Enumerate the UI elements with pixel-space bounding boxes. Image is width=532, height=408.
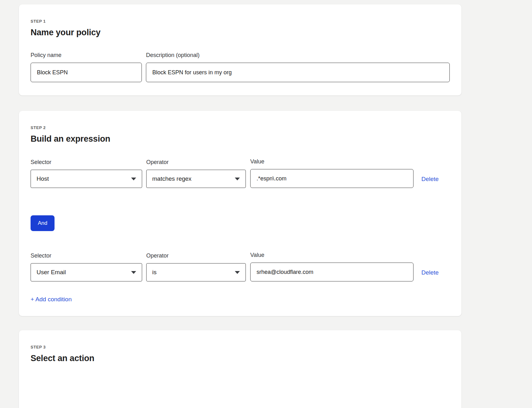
add-condition-row: + Add condition xyxy=(31,281,450,303)
policy-name-label: Policy name xyxy=(31,52,142,59)
chevron-down-icon xyxy=(235,271,240,274)
operator-label: Operator xyxy=(146,159,246,166)
step3-step-label: STEP 3 xyxy=(31,345,450,349)
description-field: Description (optional) xyxy=(146,52,450,82)
description-input[interactable] xyxy=(146,63,450,82)
selector-field: Selector User Email xyxy=(31,252,142,281)
policy-name-field: Policy name xyxy=(31,52,142,82)
step2-step-label: STEP 2 xyxy=(31,125,450,130)
chevron-down-icon xyxy=(131,271,136,274)
step1-step-label: STEP 1 xyxy=(31,19,450,24)
selector-dropdown[interactable]: User Email xyxy=(31,263,142,281)
step1-title: Name your policy xyxy=(31,28,450,37)
and-button-row: And xyxy=(31,188,450,231)
value-field: Value xyxy=(250,158,413,188)
operator-dropdown-value: is xyxy=(152,269,157,276)
condition-row: Selector User Email Operator is Value De… xyxy=(31,252,450,281)
policy-builder-page: STEP 1 Name your policy Policy name Desc… xyxy=(0,4,532,408)
chevron-down-icon xyxy=(131,178,136,180)
step2-card: STEP 2 Build an expression Selector Host… xyxy=(19,111,461,316)
delete-condition-link[interactable]: Delete xyxy=(421,269,439,276)
selector-label: Selector xyxy=(31,252,142,259)
value-label: Value xyxy=(250,158,413,165)
operator-dropdown[interactable]: matches regex xyxy=(146,170,246,188)
step1-card: STEP 1 Name your policy Policy name Desc… xyxy=(19,4,461,95)
operator-field: Operator is xyxy=(146,252,246,281)
operator-dropdown[interactable]: is xyxy=(146,263,246,281)
step3-title: Select an action xyxy=(31,354,450,363)
chevron-down-icon xyxy=(235,178,240,180)
selector-label: Selector xyxy=(31,159,142,166)
value-input[interactable] xyxy=(250,169,413,188)
selector-dropdown[interactable]: Host xyxy=(31,170,142,188)
selector-field: Selector Host xyxy=(31,159,142,188)
operator-dropdown-value: matches regex xyxy=(152,175,192,182)
selector-dropdown-value: User Email xyxy=(37,269,66,276)
delete-condition-link[interactable]: Delete xyxy=(421,176,439,183)
value-field: Value xyxy=(250,252,413,281)
operator-field: Operator matches regex xyxy=(146,159,246,188)
step1-fields-row: Policy name Description (optional) xyxy=(31,52,450,82)
condition-row: Selector Host Operator matches regex Val… xyxy=(31,158,450,188)
step2-title: Build an expression xyxy=(31,134,450,144)
step3-card: STEP 3 Select an action xyxy=(19,330,461,408)
policy-name-input[interactable] xyxy=(31,63,142,82)
selector-dropdown-value: Host xyxy=(37,175,49,182)
add-condition-link[interactable]: + Add condition xyxy=(31,296,72,303)
and-button[interactable]: And xyxy=(31,215,55,231)
value-input[interactable] xyxy=(250,263,413,281)
description-label: Description (optional) xyxy=(146,52,450,59)
value-label: Value xyxy=(250,252,413,258)
operator-label: Operator xyxy=(146,252,246,259)
